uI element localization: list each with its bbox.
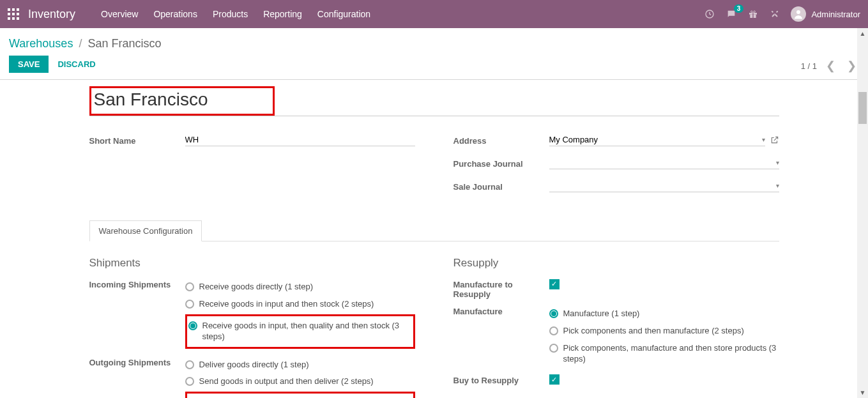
manuf-opt3[interactable]: Pick components, manufacture and then st… (549, 340, 779, 368)
resupply-title: Resupply (453, 257, 779, 270)
address-caret-icon[interactable]: ▾ (762, 136, 765, 143)
user-name: Administrator (811, 10, 860, 19)
nav-overview[interactable]: Overview (101, 9, 138, 19)
manuf-label: Manufacture (453, 305, 549, 368)
svg-rect-8 (17, 17, 19, 20)
breadcrumb: Warehouses / San Francisco (9, 37, 162, 50)
pager-prev-icon[interactable]: ❮ (823, 59, 838, 73)
outgoing-label: Outgoing Shipments (89, 356, 185, 398)
purchase-journal-caret-icon[interactable]: ▾ (776, 159, 779, 166)
shipments-title: Shipments (89, 257, 415, 270)
incoming-label: Incoming Shipments (89, 279, 185, 350)
svg-rect-2 (17, 8, 19, 11)
buy-resupply-checkbox[interactable]: ✓ (549, 374, 560, 385)
chat-badge: 3 (734, 4, 744, 13)
warehouse-name-input[interactable] (94, 89, 270, 112)
svg-rect-12 (753, 13, 754, 18)
save-button[interactable]: Save (9, 56, 49, 73)
scroll-up-icon[interactable]: ▲ (857, 28, 868, 39)
svg-rect-0 (8, 8, 10, 11)
svg-rect-5 (17, 13, 19, 15)
svg-rect-1 (12, 8, 15, 11)
pager: 1 / 1 ❮ ❯ (801, 59, 859, 73)
short-name-input[interactable] (185, 135, 415, 144)
scrollbar[interactable]: ▲ ▼ (857, 28, 868, 398)
nav-reporting[interactable]: Reporting (263, 9, 302, 19)
breadcrumb-root[interactable]: Warehouses (9, 37, 73, 50)
radio-icon (549, 344, 558, 353)
discard-button[interactable]: Discard (57, 59, 95, 69)
address-label: Address (453, 136, 549, 146)
incoming-opt2[interactable]: Receive goods in input and then stock (2… (185, 296, 415, 313)
avatar-icon (791, 6, 806, 22)
outgoing-opt3-highlight: Pack goods, send goods in output and the… (185, 392, 415, 398)
tabs: Warehouse Configuration (89, 220, 779, 241)
sale-journal-input[interactable] (549, 181, 773, 190)
title-row (89, 80, 779, 116)
svg-rect-7 (12, 17, 15, 20)
radio-icon (185, 360, 194, 369)
tab-warehouse-config[interactable]: Warehouse Configuration (89, 220, 202, 241)
incoming-opt3-highlight: Receive goods in input, then quality and… (185, 314, 415, 349)
user-menu[interactable]: Administrator (791, 6, 860, 22)
breadcrumb-current: San Francisco (88, 37, 161, 50)
radio-icon (188, 321, 197, 330)
top-nav: Overview Operations Products Reporting C… (101, 9, 704, 19)
svg-rect-4 (12, 13, 15, 15)
outgoing-options: Deliver goods directly (1 step) Send goo… (185, 356, 415, 398)
svg-point-13 (796, 10, 800, 14)
address-input[interactable] (549, 135, 759, 144)
tools-icon[interactable] (769, 8, 780, 20)
app-brand[interactable]: Inventory (28, 8, 75, 21)
manuf-options: Manufacture (1 step) Pick components and… (549, 305, 779, 368)
scroll-down-icon[interactable]: ▼ (857, 387, 868, 398)
outgoing-opt3[interactable]: Pack goods, send goods in output and the… (188, 395, 409, 398)
topbar: Inventory Overview Operations Products R… (0, 0, 868, 28)
radio-icon (185, 377, 194, 386)
nav-configuration[interactable]: Configuration (317, 9, 370, 19)
radio-icon (185, 282, 194, 291)
topbar-right: 3 Administrator (704, 6, 860, 22)
purchase-journal-label: Purchase Journal (453, 159, 549, 169)
incoming-options: Receive goods directly (1 step) Receive … (185, 279, 415, 350)
nav-operations[interactable]: Operations (153, 9, 197, 19)
svg-rect-6 (8, 17, 10, 20)
incoming-opt3[interactable]: Receive goods in input, then quality and… (188, 318, 409, 346)
svg-rect-3 (8, 13, 10, 15)
outgoing-opt2[interactable]: Send goods in output and then deliver (2… (185, 373, 415, 390)
pager-text: 1 / 1 (801, 61, 817, 71)
sale-journal-label: Sale Journal (453, 182, 549, 192)
purchase-journal-input[interactable] (549, 158, 773, 167)
short-name-label: Short Name (89, 136, 185, 146)
gift-icon[interactable] (747, 8, 759, 20)
clock-icon[interactable] (704, 8, 715, 20)
chat-icon[interactable]: 3 (726, 8, 737, 20)
incoming-opt1[interactable]: Receive goods directly (1 step) (185, 279, 415, 296)
scrollbar-thumb[interactable] (858, 92, 867, 124)
outgoing-opt1[interactable]: Deliver goods directly (1 step) (185, 356, 415, 374)
manuf-resupply-checkbox[interactable]: ✓ (549, 279, 560, 289)
nav-products[interactable]: Products (213, 9, 248, 19)
buy-resupply-label: Buy to Resupply (453, 374, 549, 385)
form-sheet: Short Name Address ▾ Purchase Journal (83, 80, 786, 398)
breadcrumb-sep: / (79, 37, 82, 50)
radio-icon (185, 300, 194, 309)
manuf-opt2[interactable]: Pick components and then manufacture (2 … (549, 323, 779, 340)
control-panel: Warehouses / San Francisco Save Discard … (0, 28, 868, 80)
radio-icon (549, 309, 558, 318)
radio-icon (549, 326, 558, 335)
external-link-icon[interactable] (770, 135, 779, 146)
manuf-resupply-label: Manufacture to Resupply (453, 279, 549, 299)
title-highlight (89, 86, 275, 116)
apps-icon[interactable] (8, 8, 19, 20)
manuf-opt1[interactable]: Manufacture (1 step) (549, 305, 779, 323)
sale-journal-caret-icon[interactable]: ▾ (776, 182, 779, 189)
